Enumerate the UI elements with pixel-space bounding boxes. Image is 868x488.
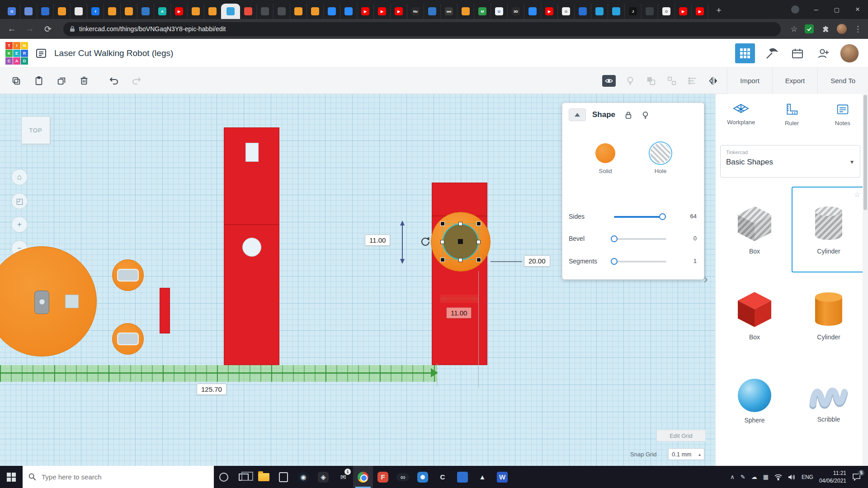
shape-cylinder-hole[interactable]: ☆ Cylinder <box>792 187 866 272</box>
slider-handle[interactable] <box>611 258 618 265</box>
taskbar-icon-chrome[interactable] <box>353 466 373 488</box>
center-handle[interactable] <box>458 239 463 244</box>
tray-chevron-icon[interactable]: ∧ <box>730 474 735 480</box>
browser-tab[interactable] <box>137 4 154 19</box>
browser-tab[interactable]: J <box>625 4 642 19</box>
slider-handle[interactable] <box>659 213 666 220</box>
favorite-star-icon[interactable]: ☆ <box>854 190 861 199</box>
segments-slider[interactable] <box>614 261 666 263</box>
user-avatar[interactable] <box>840 44 859 63</box>
browser-tab[interactable]: ▶ <box>692 4 708 19</box>
browser-menu-kebab-icon[interactable]: ⋮ <box>854 24 862 34</box>
design-title[interactable]: Laser Cut Walking Robot (legs) <box>54 48 173 58</box>
scrollbar-thumb[interactable] <box>863 95 867 210</box>
browser-tab[interactable] <box>20 4 37 19</box>
browser-tab[interactable] <box>188 4 204 19</box>
taskbar-icon-game[interactable]: ◈ <box>313 466 333 488</box>
undo-icon[interactable] <box>108 75 120 87</box>
scale-handle-nw[interactable] <box>440 221 445 226</box>
taskbar-icon-cortana[interactable] <box>214 466 234 488</box>
taskbar-icon-file-explorer[interactable] <box>254 466 274 488</box>
add-user-icon[interactable] <box>814 43 834 63</box>
browser-tab[interactable]: U <box>491 4 508 19</box>
shape-cylinder-solid[interactable]: Cylinder <box>792 272 866 358</box>
browser-profile-dot-icon[interactable] <box>791 5 799 14</box>
dim-width-input[interactable]: 11.00 <box>446 307 472 319</box>
browser-tab[interactable]: 3D <box>508 4 524 19</box>
browser-tab[interactable]: ▶ <box>675 4 692 19</box>
browser-tab[interactable] <box>71 4 87 19</box>
shape-library-dropdown[interactable]: Tinkercad Basic Shapes ▾ <box>720 145 860 178</box>
maximize-button[interactable]: ▢ <box>826 0 847 19</box>
ruler-bar[interactable] <box>0 365 437 382</box>
browser-tab[interactable]: ▶ <box>391 4 407 19</box>
action-center-icon[interactable]: 5 <box>852 473 863 481</box>
browser-tab[interactable]: G <box>4 4 20 19</box>
extensions-puzzle-icon[interactable] <box>821 25 830 33</box>
edge-handle-s[interactable] <box>458 258 462 262</box>
edge-handle-e[interactable] <box>476 240 481 244</box>
minimize-button[interactable]: ─ <box>806 0 826 19</box>
volume-icon[interactable] <box>788 474 796 480</box>
back-button[interactable]: ← <box>6 24 17 34</box>
browser-tab[interactable] <box>274 4 290 19</box>
paste-icon[interactable] <box>33 75 45 87</box>
browser-tab[interactable] <box>324 4 340 19</box>
3d-viewport[interactable]: TOP ⌂ ◰ + − ◫ <box>0 94 715 466</box>
browser-tab[interactable] <box>290 4 307 19</box>
bookmark-star-icon[interactable]: ☆ <box>791 24 797 34</box>
taskbar-icon-mail[interactable]: ✉1 <box>333 466 353 488</box>
minecraft-pickaxe-icon[interactable] <box>761 43 781 63</box>
rotate-handle[interactable] <box>420 236 431 248</box>
search-input[interactable] <box>23 466 214 488</box>
browser-tab[interactable] <box>424 4 441 19</box>
browser-tab[interactable] <box>204 4 221 19</box>
browser-tab[interactable] <box>240 4 257 19</box>
hole-square-on-disc[interactable] <box>65 295 79 308</box>
show-all-eye-icon[interactable] <box>602 75 616 87</box>
browser-tab-active[interactable] <box>221 4 240 19</box>
browser-tab[interactable] <box>608 4 625 19</box>
browser-tab[interactable] <box>257 4 274 19</box>
ungroup-icon[interactable] <box>665 75 678 87</box>
shape-red-bar[interactable] <box>160 288 170 333</box>
shape-sphere[interactable]: Sphere <box>717 358 792 444</box>
send-to-button[interactable]: Send To <box>817 68 868 94</box>
home-view-button[interactable]: ⌂ <box>11 169 28 185</box>
browser-tab[interactable] <box>121 4 137 19</box>
taskbar-icon-store[interactable] <box>274 466 293 488</box>
hole-option[interactable]: Hole <box>642 143 679 174</box>
slider-handle[interactable] <box>611 235 618 242</box>
browser-tab[interactable]: ▶ <box>374 4 391 19</box>
brick-calendar-icon[interactable] <box>788 43 807 63</box>
browser-tab[interactable]: M <box>474 4 491 19</box>
browser-tab[interactable] <box>340 4 357 19</box>
browser-tab[interactable]: f <box>87 4 104 19</box>
dim-diameter-label[interactable]: 20.00 <box>524 255 550 267</box>
tinkercad-logo[interactable]: TINKERCAD <box>5 42 28 65</box>
browser-tab[interactable]: Ne <box>407 4 424 19</box>
tray-cloud-icon[interactable]: ☁ <box>751 474 757 480</box>
view-cube[interactable]: TOP <box>21 116 50 144</box>
mirror-icon[interactable] <box>707 75 720 87</box>
browser-profile-avatar[interactable] <box>837 24 847 34</box>
solid-option[interactable]: Solid <box>586 143 624 174</box>
browser-tab[interactable]: ▶ <box>357 4 374 19</box>
browser-tab[interactable] <box>575 4 591 19</box>
sidebar-scrollbar[interactable] <box>863 94 868 466</box>
lightbulb-icon[interactable] <box>624 75 637 87</box>
browser-tab[interactable] <box>307 4 324 19</box>
shape-box-hole[interactable]: Box <box>717 187 792 272</box>
browser-tab[interactable] <box>37 4 54 19</box>
scale-handle-se[interactable] <box>476 258 481 262</box>
taskbar-icon-steam[interactable]: ◉ <box>293 466 313 488</box>
close-button[interactable]: × <box>847 0 868 19</box>
shape-red-leg-2[interactable] <box>432 183 487 365</box>
workplane-tool[interactable]: Workplane <box>716 103 766 127</box>
copy-icon[interactable] <box>10 75 23 87</box>
taskbar-icon-loop[interactable]: ∞ <box>393 466 413 488</box>
dashboard-grid-button[interactable] <box>735 43 755 63</box>
taskbar-icon-blue-app[interactable] <box>453 466 472 488</box>
browser-tab[interactable] <box>642 4 658 19</box>
fit-view-button[interactable]: ◰ <box>11 193 28 209</box>
